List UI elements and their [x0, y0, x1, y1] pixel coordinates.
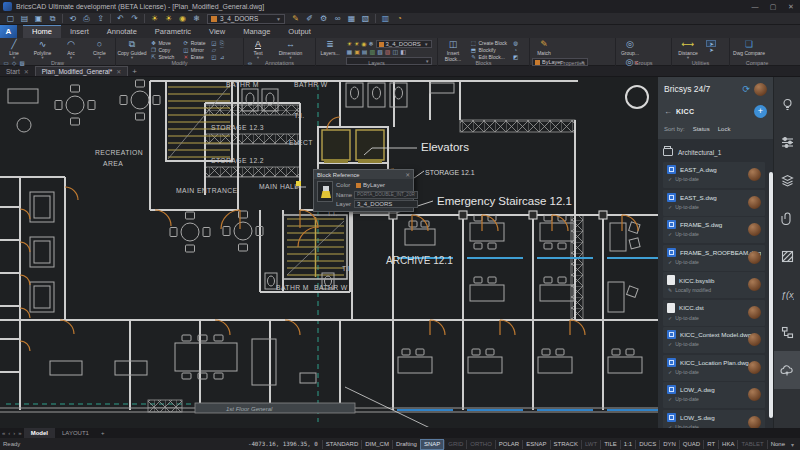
- color-value-dropdown[interactable]: ByLayer: [354, 181, 418, 189]
- status-menu-caret[interactable]: ▾: [788, 441, 797, 448]
- user-avatar[interactable]: [754, 83, 767, 96]
- open-file-icon[interactable]: ▤: [18, 14, 31, 24]
- tab-home[interactable]: Home: [23, 25, 61, 38]
- toggle-ortho[interactable]: ORTHO: [466, 440, 495, 449]
- back-icon[interactable]: ←: [664, 107, 672, 116]
- group-button[interactable]: ◎Group...: [618, 39, 642, 56]
- blockify-button[interactable]: ⬒Blockify: [470, 47, 507, 53]
- file-row[interactable]: FRAME_S.dwg✓Up-to-date: [663, 217, 765, 243]
- file-row[interactable]: EAST_A.dwg✓Up-to-date: [663, 162, 765, 188]
- minimize-button[interactable]: —: [746, 3, 764, 11]
- publish-icon[interactable]: ⇪: [94, 14, 107, 24]
- match-properties-icon[interactable]: ✎: [289, 14, 302, 24]
- toggle-rt[interactable]: RT: [703, 440, 718, 449]
- settings-icon[interactable]: ⚙: [317, 14, 330, 24]
- dimension-button[interactable]: ↔Dimension▼: [274, 39, 306, 59]
- toggle-esnap[interactable]: ESNAP: [522, 440, 549, 449]
- file-row[interactable]: EAST_S.dwg✓Up-to-date: [663, 190, 765, 216]
- file-row[interactable]: KICC_Location Plan.dwg✓Up-to-date: [663, 355, 765, 381]
- tips-icon[interactable]: [774, 85, 800, 123]
- sort-status-option[interactable]: Status: [693, 126, 710, 132]
- toggle-dyn[interactable]: DYN: [659, 440, 679, 449]
- line-button[interactable]: ╱Line▼: [2, 39, 26, 59]
- insert-block-button[interactable]: ◫Insert Block...: [440, 39, 466, 62]
- toggle-snap[interactable]: SNAP: [420, 439, 444, 450]
- close-icon[interactable]: ✕: [24, 68, 29, 75]
- toggle-lwt[interactable]: LWT: [581, 440, 600, 449]
- copy-guided-button[interactable]: ⧉Copy Guided▼: [118, 39, 146, 59]
- create-block-button[interactable]: ⬚Create Block: [470, 40, 507, 46]
- layers-icon[interactable]: [774, 161, 800, 199]
- prev-layout-button[interactable]: ‹: [8, 430, 10, 436]
- edit-entity-icon[interactable]: ✐: [303, 14, 316, 24]
- add-file-button[interactable]: +: [754, 105, 767, 118]
- structure-icon[interactable]: [774, 313, 800, 351]
- mirror-button[interactable]: ◫Mirror: [183, 47, 206, 53]
- layer-thaw-icon[interactable]: ☀: [162, 14, 175, 24]
- new-file-icon[interactable]: ▢: [4, 14, 17, 24]
- next-layout-button[interactable]: ›: [13, 430, 15, 436]
- undo-icon[interactable]: ↶: [114, 14, 127, 24]
- sheet-icon[interactable]: ▥: [379, 14, 392, 24]
- layer-freeze-icon[interactable]: ❄: [190, 14, 203, 24]
- print-icon[interactable]: ⎙: [80, 14, 93, 24]
- refresh-icon[interactable]: ⟳: [742, 84, 750, 94]
- rotate-button[interactable]: ⟳Rotate: [183, 40, 206, 46]
- fx-fields-icon[interactable]: ƒ(x): [774, 275, 800, 313]
- toggle-ducs[interactable]: DUCS: [635, 440, 659, 449]
- toggle-strack[interactable]: STRACK: [550, 440, 581, 449]
- toggle-standard[interactable]: STANDARD: [322, 440, 362, 449]
- close-icon[interactable]: ✕: [405, 172, 410, 178]
- workspace-icon[interactable]: ⟲: [66, 14, 79, 24]
- layer-state-icons[interactable]: ☀☀◉❄ 3_4_DOORS▼: [346, 40, 434, 48]
- tab-start[interactable]: Start✕: [0, 66, 35, 76]
- last-layout-button[interactable]: »: [18, 430, 21, 436]
- layer-lock-icon[interactable]: ◉: [176, 14, 189, 24]
- redo-icon[interactable]: ↷: [128, 14, 141, 24]
- arc-button[interactable]: ◠Arc▼: [59, 39, 83, 59]
- save-icon[interactable]: ▣: [32, 14, 45, 24]
- layer-on-icon[interactable]: ☀: [148, 14, 161, 24]
- layers-button[interactable]: ≣Layers...: [318, 39, 342, 56]
- file-row[interactable]: KICC_Context Model.dwg✓Up-to-date: [663, 327, 765, 353]
- toggle-scale[interactable]: 1:1: [620, 440, 635, 449]
- toggle-workspace[interactable]: Drafting: [392, 440, 420, 449]
- annotation-scale-selector[interactable]: None: [767, 440, 788, 449]
- toggle-polar[interactable]: POLAR: [495, 440, 522, 449]
- text-button[interactable]: AText▼: [246, 39, 270, 59]
- block-layer-field[interactable]: 3_4_DOORS: [354, 200, 418, 208]
- save-all-icon[interactable]: ⧉: [46, 14, 59, 24]
- utilities-extra-tools[interactable]: ➤➤: [706, 39, 716, 54]
- dwg-compare-button[interactable]: ❏Dwg Compare: [732, 39, 766, 56]
- tab-annotate[interactable]: Annotate: [98, 25, 146, 38]
- toggle-hka[interactable]: HKA: [718, 440, 737, 449]
- tab-view[interactable]: View: [200, 25, 234, 38]
- application-menu-button[interactable]: A: [0, 25, 17, 38]
- file-row[interactable]: LOW_S.dwg✓Up-to-date: [663, 410, 765, 429]
- model-tab[interactable]: Model: [24, 428, 55, 438]
- hatch-pattern-icon[interactable]: [774, 237, 800, 275]
- file-row[interactable]: LOW_A.dwg✓Up-to-date: [663, 382, 765, 408]
- toggle-tile[interactable]: TILE: [600, 440, 620, 449]
- layout1-tab[interactable]: LAYOUT1: [55, 428, 96, 438]
- image-attach-icon[interactable]: ▧: [359, 14, 372, 24]
- tab-manage[interactable]: Manage: [234, 25, 279, 38]
- modify-extra-tools[interactable]: ◲⎘▱⌒◰⊿: [210, 39, 226, 61]
- match-button[interactable]: ✎Match: [532, 39, 556, 56]
- copy-button[interactable]: ❐Copy: [150, 47, 174, 53]
- polyline-button[interactable]: ∿Polyline▼: [30, 39, 54, 59]
- layer-dropdown[interactable]: 3_4_DOORS▼: [376, 40, 432, 48]
- tab-parametric[interactable]: Parametric: [146, 25, 200, 38]
- tab-insert[interactable]: Insert: [61, 25, 98, 38]
- circle-button[interactable]: ○Circle▼: [87, 39, 111, 59]
- layer-tool-icons[interactable]: ▦▣▤▥▧▨◫◧: [346, 49, 434, 56]
- folder-item[interactable]: Architectural_1: [663, 142, 765, 162]
- recent-icon[interactable]: ◔: [393, 14, 406, 24]
- distance-button[interactable]: ⟷Distance▼: [674, 39, 702, 59]
- toggle-quad[interactable]: QUAD: [679, 440, 703, 449]
- toggle-tablet[interactable]: TABLET: [737, 440, 766, 449]
- current-layer-dropdown[interactable]: 3_4_DOORS ▼: [207, 14, 285, 24]
- properties-sliders-icon[interactable]: [774, 123, 800, 161]
- table-icon[interactable]: ▦: [345, 14, 358, 24]
- attachments-icon[interactable]: [774, 199, 800, 237]
